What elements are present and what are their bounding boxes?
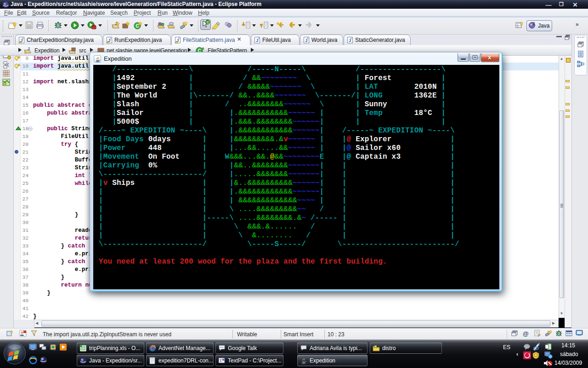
svg-text:C: C [136,23,139,29]
svg-text:J: J [349,38,351,43]
svg-text:C: C [207,21,209,24]
svg-text:J: J [532,21,535,26]
svg-text:A: A [202,46,204,51]
svg-text:J: J [256,38,258,43]
svg-text:J: J [305,38,307,43]
svg-text:T: T [220,358,222,363]
svg-text:J: J [28,46,30,51]
